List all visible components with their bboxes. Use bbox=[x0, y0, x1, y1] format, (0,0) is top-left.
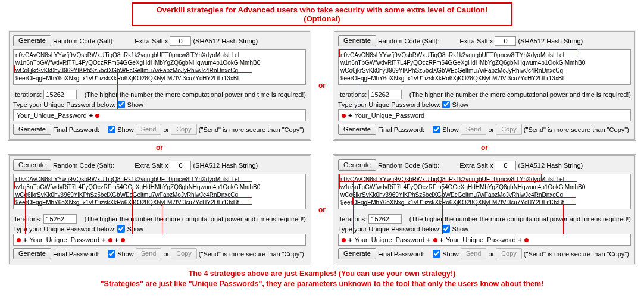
send-button[interactable]: Send bbox=[461, 248, 487, 259]
plus-sign: + bbox=[23, 236, 27, 243]
or-small-label: or bbox=[488, 250, 494, 258]
plus-sign: + bbox=[348, 112, 352, 119]
secure-note: ("Send" is more secure than "Copy") bbox=[199, 250, 304, 258]
password-row[interactable]: Your_Unique_Password + bbox=[13, 109, 306, 121]
iterations-input[interactable] bbox=[368, 214, 402, 224]
or-separator: or bbox=[333, 142, 636, 153]
iterations-input[interactable] bbox=[368, 90, 402, 99]
type-pwd-label: Type your Unique Password below: bbox=[13, 101, 115, 108]
footer-line-2: "Strategies" are just like "Unique Passw… bbox=[2, 279, 642, 289]
hash-string-label: (SHA512 Hash String) bbox=[518, 162, 583, 169]
footer-text: The 4 strategies above are just Examples… bbox=[2, 269, 642, 289]
copy-button[interactable]: Copy bbox=[171, 248, 197, 259]
send-button[interactable]: Send bbox=[461, 124, 487, 135]
show-pwd-checkbox[interactable] bbox=[442, 101, 450, 108]
pwd-text: Your_Unique_Password bbox=[17, 112, 87, 119]
or-separator: or bbox=[314, 206, 330, 214]
copy-button[interactable]: Copy bbox=[496, 124, 522, 135]
header-banner: Overkill strategies for Advanced users w… bbox=[132, 2, 512, 26]
or-small-label: or bbox=[163, 250, 169, 258]
extra-salt-label: Extra Salt x bbox=[135, 162, 168, 169]
plus-sign: + bbox=[440, 236, 443, 243]
show-label: Show bbox=[452, 225, 468, 233]
show-pwd-checkbox[interactable] bbox=[442, 225, 450, 233]
show-pwd-checkbox[interactable] bbox=[117, 225, 125, 233]
generate-salt-button[interactable]: Generate bbox=[13, 35, 51, 46]
plus-sign: + bbox=[427, 236, 430, 243]
extra-salt-input[interactable] bbox=[495, 161, 516, 170]
salt-textarea[interactable] bbox=[338, 49, 631, 85]
param-dot bbox=[108, 238, 112, 242]
send-button[interactable]: Send bbox=[136, 248, 162, 259]
iterations-note: (The higher the number the more computat… bbox=[85, 215, 306, 222]
random-code-label: Random Code (Salt): bbox=[378, 162, 439, 169]
generate-salt-button[interactable]: Generate bbox=[338, 159, 376, 171]
secure-note: ("Send" is more secure than "Copy") bbox=[524, 126, 629, 133]
show-final-checkbox[interactable] bbox=[433, 126, 440, 133]
pwd-text: Your_Unique_Password bbox=[446, 236, 516, 243]
type-pwd-label: Type your Unique Password below: bbox=[13, 225, 115, 233]
param-dot bbox=[17, 238, 21, 242]
show-final-label: Show bbox=[442, 126, 459, 133]
extra-salt-input[interactable] bbox=[170, 161, 191, 170]
random-code-label: Random Code (Salt): bbox=[53, 37, 114, 45]
iterations-input[interactable] bbox=[43, 214, 77, 224]
iterations-label: Iterations: bbox=[338, 91, 367, 98]
secure-note: ("Send" is more secure than "Copy") bbox=[524, 250, 629, 258]
send-button[interactable]: Send bbox=[136, 124, 162, 135]
param-dot bbox=[342, 114, 346, 118]
iterations-note: (The higher the number the more computat… bbox=[409, 215, 631, 222]
plus-sign: + bbox=[518, 236, 522, 243]
salt-textarea[interactable] bbox=[338, 174, 631, 209]
final-pwd-label: Final Password: bbox=[378, 250, 424, 258]
param-dot bbox=[524, 238, 529, 242]
show-final-label: Show bbox=[117, 250, 134, 258]
plus-sign: + bbox=[102, 236, 105, 243]
random-code-label: Random Code (Salt): bbox=[378, 37, 439, 45]
password-row[interactable]: + Your_Unique_Password + + bbox=[13, 234, 306, 246]
or-small-label: or bbox=[163, 126, 169, 133]
extra-salt-label: Extra Salt x bbox=[135, 37, 168, 45]
show-label: Show bbox=[127, 225, 143, 233]
show-final-label: Show bbox=[117, 126, 134, 133]
plus-sign: + bbox=[89, 112, 93, 119]
show-label: Show bbox=[452, 101, 468, 108]
strategy-grid: Generate Random Code (Salt): Extra Salt … bbox=[2, 30, 642, 265]
show-final-checkbox[interactable] bbox=[108, 250, 115, 258]
iterations-input[interactable] bbox=[43, 90, 77, 99]
copy-button[interactable]: Copy bbox=[496, 248, 522, 259]
final-pwd-label: Final Password: bbox=[53, 250, 99, 258]
copy-button[interactable]: Copy bbox=[171, 124, 197, 135]
password-row[interactable]: + Your_Unique_Password bbox=[338, 109, 631, 121]
plus-sign: + bbox=[115, 236, 118, 243]
footer-line-1: The 4 strategies above are just Examples… bbox=[2, 269, 642, 279]
plus-sign: + bbox=[348, 236, 352, 243]
or-small-label: or bbox=[488, 126, 494, 133]
param-dot bbox=[342, 238, 346, 242]
password-row[interactable]: + Your_Unique_Password + + Your_Unique_P… bbox=[338, 234, 631, 246]
show-pwd-checkbox[interactable] bbox=[117, 101, 125, 108]
generate-salt-button[interactable]: Generate bbox=[338, 35, 376, 46]
pwd-text: Your_Unique_Password bbox=[29, 236, 99, 243]
salt-textarea[interactable] bbox=[13, 49, 306, 85]
hash-string-label: (SHA512 Hash String) bbox=[193, 37, 258, 45]
show-final-checkbox[interactable] bbox=[433, 250, 440, 258]
salt-textarea[interactable] bbox=[13, 174, 306, 209]
pwd-text: Your_Unique_Password bbox=[354, 236, 424, 243]
hash-string-label: (SHA512 Hash String) bbox=[518, 37, 583, 45]
extra-salt-input[interactable] bbox=[170, 36, 191, 46]
panel-3: Generate Random Code (Salt): Extra Salt … bbox=[8, 154, 311, 265]
iterations-label: Iterations: bbox=[13, 91, 42, 98]
generate-final-button[interactable]: Generate bbox=[338, 248, 376, 259]
generate-salt-button[interactable]: Generate bbox=[13, 159, 51, 171]
generate-final-button[interactable]: Generate bbox=[13, 248, 51, 259]
generate-final-button[interactable]: Generate bbox=[338, 124, 376, 135]
param-dot bbox=[95, 114, 99, 118]
panel-1: Generate Random Code (Salt): Extra Salt … bbox=[8, 30, 311, 141]
extra-salt-input[interactable] bbox=[495, 36, 516, 46]
show-final-checkbox[interactable] bbox=[108, 126, 115, 133]
generate-final-button[interactable]: Generate bbox=[13, 124, 51, 135]
iterations-label: Iterations: bbox=[338, 215, 367, 222]
iterations-note: (The higher the number the more computat… bbox=[409, 91, 631, 98]
or-separator: or bbox=[314, 82, 330, 90]
